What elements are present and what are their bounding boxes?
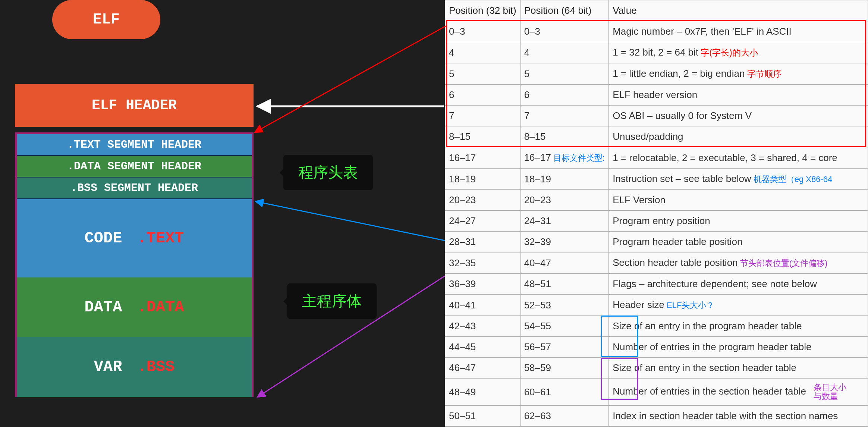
cell-value: Instruction set – see table below 机器类型（e… [609, 169, 868, 190]
cell-pos32: 4 [445, 42, 521, 63]
cell-value: Size of an entry in the section header t… [609, 358, 868, 379]
cell-pos32: 0–3 [445, 21, 521, 42]
cell-pos64: 48–51 [520, 274, 609, 295]
table-row: 18–1918–19Instruction set – see table be… [445, 169, 868, 190]
cell-value: 1 = little endian, 2 = big endian 字节顺序 [609, 63, 868, 85]
table-row: 441 = 32 bit, 2 = 64 bit 字(字长)的大小 [445, 42, 868, 63]
cell-pos32: 7 [445, 106, 521, 126]
cell-pos64: 62–63 [520, 406, 609, 427]
cell-pos64: 20–23 [520, 190, 609, 211]
code-label: CODE [85, 229, 122, 247]
cell-value: 1 = relocatable, 2 = executable, 3 = sha… [609, 147, 868, 169]
cell-value: ELF Version [609, 190, 868, 211]
table-row: 32–3540–47Section header table position … [445, 252, 868, 274]
bss-label: VAR [94, 358, 122, 376]
table-row: 46–4758–59Size of an entry in the sectio… [445, 358, 868, 379]
cell-pos32: 8–15 [445, 126, 521, 147]
cell-pos64: 60–61 [520, 379, 609, 406]
cell-value: Section header table position 节头部表位置(文件偏… [609, 252, 868, 274]
data-section: DATA .DATA [17, 277, 252, 337]
cell-pos64: 18–19 [520, 169, 609, 190]
table-row: 77OS ABI – usually 0 for System V [445, 106, 868, 126]
cell-pos64: 0–3 [520, 21, 609, 42]
cell-pos64: 5 [520, 63, 609, 85]
table-row: 20–2320–23ELF Version [445, 190, 868, 211]
data-section-name: .DATA [137, 298, 184, 316]
cell-pos64: 58–59 [520, 358, 609, 379]
cell-pos32: 44–45 [445, 337, 521, 358]
cell-pos32: 46–47 [445, 358, 521, 379]
cell-value: Number of entries in the program header … [609, 337, 868, 358]
elf-header-table-panel: Position (32 bit) Position (64 bit) Valu… [445, 0, 868, 427]
cell-pos64: 8–15 [520, 126, 609, 147]
cell-pos32: 20–23 [445, 190, 521, 211]
cell-pos32: 42–43 [445, 316, 521, 337]
bss-segment-header: .BSS SEGMENT HEADER [17, 178, 252, 199]
cell-pos64: 24–31 [520, 211, 609, 232]
cell-pos32: 18–19 [445, 169, 521, 190]
callout-main-program-body: 主程序体 [287, 283, 377, 319]
cell-value: Program entry position [609, 211, 868, 232]
data-segment-header: .DATA SEGMENT HEADER [17, 156, 252, 178]
cell-pos64: 52–53 [520, 295, 609, 316]
elf-diagram-panel: ELF ELF HEADER .TEXT SEGMENT HEADER .DAT… [0, 0, 444, 427]
cell-pos64: 54–55 [520, 316, 609, 337]
cell-value: Program header table position [609, 232, 868, 252]
cell-value: 1 = 32 bit, 2 = 64 bit 字(字长)的大小 [609, 42, 868, 63]
cell-pos32: 5 [445, 63, 521, 85]
table-row: 28–3132–39Program header table position [445, 232, 868, 252]
table-row: 8–158–15Unused/padding [445, 126, 868, 147]
cell-value: Number of entries in the section header … [609, 379, 868, 406]
bss-section: VAR .BSS [17, 337, 252, 397]
cell-pos32: 50–51 [445, 406, 521, 427]
table-row: 0–30–3Magic number – 0x7F, then 'ELF' in… [445, 21, 868, 42]
cell-value: Magic number – 0x7F, then 'ELF' in ASCII [609, 21, 868, 42]
cell-value: Index in section header table with the s… [609, 406, 868, 427]
cell-value: Unused/padding [609, 126, 868, 147]
cell-pos32: 24–27 [445, 211, 521, 232]
callout-program-header-table: 程序头表 [283, 155, 373, 190]
text-segment-header: .TEXT SEGMENT HEADER [17, 134, 252, 156]
cell-pos64: 40–47 [520, 252, 609, 274]
cell-pos32: 48–49 [445, 379, 521, 406]
cell-pos64: 6 [520, 85, 609, 106]
cell-value: Header size ELF头大小？ [609, 295, 868, 316]
cell-pos32: 28–31 [445, 232, 521, 252]
table-row: 16–1716–17 目标文件类型:1 = relocatable, 2 = e… [445, 147, 868, 169]
table-header-row: Position (32 bit) Position (64 bit) Valu… [445, 0, 868, 21]
cell-pos64: 32–39 [520, 232, 609, 252]
cell-pos32: 36–39 [445, 274, 521, 295]
cell-value: Flags – architecture dependent; see note… [609, 274, 868, 295]
cell-pos64: 4 [520, 42, 609, 63]
cell-pos32: 6 [445, 85, 521, 106]
elf-pill: ELF [52, 0, 160, 39]
cell-value: Size of an entry in the program header t… [609, 316, 868, 337]
cell-value: OS ABI – usually 0 for System V [609, 106, 868, 126]
elf-header-block: ELF HEADER [15, 84, 254, 127]
cell-pos64: 56–57 [520, 337, 609, 358]
table-row: 24–2724–31Program entry position [445, 211, 868, 232]
table-row: 40–4152–53Header size ELF头大小？ [445, 295, 868, 316]
data-label: DATA [85, 298, 122, 316]
col-pos64: Position (64 bit) [520, 0, 609, 21]
table-row: 66ELF header version [445, 85, 868, 106]
elf-body-container: .TEXT SEGMENT HEADER .DATA SEGMENT HEADE… [15, 132, 254, 397]
bss-section-name: .BSS [137, 358, 174, 376]
col-value: Value [609, 0, 868, 21]
table-row: 42–4354–55Size of an entry in the progra… [445, 316, 868, 337]
table-row: 36–3948–51Flags – architecture dependent… [445, 274, 868, 295]
table-row: 44–4556–57Number of entries in the progr… [445, 337, 868, 358]
table-row: 551 = little endian, 2 = big endian 字节顺序 [445, 63, 868, 85]
cell-pos32: 40–41 [445, 295, 521, 316]
cell-pos64: 7 [520, 106, 609, 126]
cell-value: ELF header version [609, 85, 868, 106]
cell-pos32: 32–35 [445, 252, 521, 274]
cell-pos32: 16–17 [445, 147, 521, 169]
elf-header-table: Position (32 bit) Position (64 bit) Valu… [445, 0, 868, 427]
col-pos32: Position (32 bit) [445, 0, 521, 21]
table-row: 50–5162–63Index in section header table … [445, 406, 868, 427]
code-section: CODE .TEXT [17, 199, 252, 277]
table-row: 48–4960–61Number of entries in the secti… [445, 379, 868, 406]
code-section-name: .TEXT [137, 229, 184, 247]
cell-pos64: 16–17 目标文件类型: [520, 147, 609, 169]
